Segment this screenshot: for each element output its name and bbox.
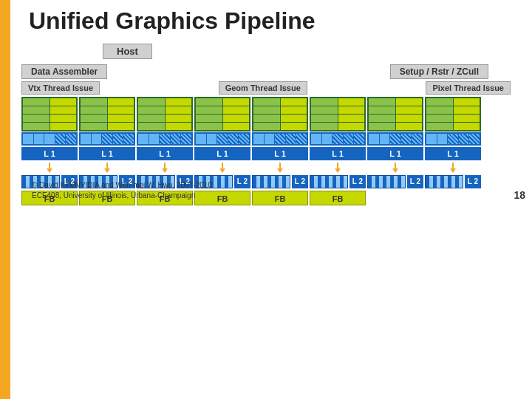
sp-cell <box>253 98 280 106</box>
sp-cell <box>108 123 134 130</box>
d-arrow-6 <box>310 163 366 173</box>
sp-cell <box>281 106 307 114</box>
tf-block-8 <box>425 132 481 146</box>
sp-cell <box>138 98 165 106</box>
sp-cell <box>81 123 107 130</box>
tf-block-2 <box>79 132 135 146</box>
sp-cell <box>81 106 107 114</box>
processor-3: L 1 <box>137 97 193 160</box>
tf-cell <box>437 134 448 144</box>
host-row: Host <box>21 44 532 62</box>
tf-block-6 <box>310 132 366 146</box>
tf-cell <box>81 134 91 144</box>
d-arrow-8 <box>425 163 481 173</box>
tf-cell <box>207 134 217 144</box>
sp-cell <box>369 98 395 106</box>
page: Unified Graphics Pipeline Host Data Asse… <box>0 0 532 399</box>
sp-cell <box>50 98 77 106</box>
tf-cell <box>253 134 264 144</box>
sp-grid-3 <box>137 97 193 132</box>
sp-cell <box>108 98 134 106</box>
processor-2: L 1 <box>79 97 135 160</box>
tf-cell <box>196 134 206 144</box>
tf-cell <box>138 134 149 144</box>
l2-checker-7 <box>367 175 406 188</box>
tf-cell <box>265 134 275 144</box>
l1-block-3: L 1 <box>137 147 193 160</box>
sp-cell <box>311 98 338 106</box>
sp-grid-4 <box>194 97 250 132</box>
vtx-thread-box: Vtx Thread Issue <box>21 81 100 95</box>
sp-cell <box>311 106 338 114</box>
tf-cell <box>286 134 296 144</box>
sp-cell <box>396 106 423 114</box>
l2-label-4: L 2 <box>234 175 250 188</box>
copyright-text: © David Kirk/NVIDIA and Wen-mei W. Hwu, … <box>32 180 212 191</box>
sp-cell <box>454 98 480 106</box>
tf-block-1 <box>21 132 78 146</box>
tf-cell <box>23 134 33 144</box>
sp-cell <box>81 115 107 122</box>
sp-cell <box>426 98 453 106</box>
l2-label-6: L 2 <box>349 175 366 188</box>
d-arrow-2 <box>79 163 135 173</box>
l2-label-8: L 2 <box>465 175 481 188</box>
sp-cell <box>138 123 165 130</box>
tf-cell <box>426 134 437 144</box>
processor-1: L 1 <box>21 97 78 160</box>
sp-cell <box>50 106 77 114</box>
tf-cell <box>332 134 343 144</box>
l2-checker-5 <box>252 175 290 188</box>
sp-cell <box>454 106 480 114</box>
sp-cell <box>338 115 365 122</box>
tf-cell <box>66 134 76 144</box>
main-layout: Unified Graphics Pipeline Host Data Asse… <box>21 7 532 205</box>
tf-cell <box>113 134 123 144</box>
sp-cell <box>223 98 250 106</box>
tf-cell <box>123 134 134 144</box>
tf-cell <box>311 134 321 144</box>
l2-checker-6 <box>310 175 348 188</box>
sp-cell <box>166 106 192 114</box>
tf-cell <box>44 134 55 144</box>
sp-cell <box>454 115 480 122</box>
tf-block-5 <box>252 132 308 146</box>
sp-grid-7 <box>367 97 423 132</box>
sp-cell <box>281 123 307 130</box>
tf-cell <box>369 134 379 144</box>
processor-5: L 1 <box>252 97 308 160</box>
sp-cell <box>166 98 192 106</box>
sp-cell <box>196 115 222 122</box>
sp-cell <box>281 98 307 106</box>
setup-box: Setup / Rstr / ZCull <box>390 64 488 79</box>
data-assembler-box: Data Assembler <box>21 64 107 79</box>
sp-cell <box>311 115 338 122</box>
sp-cell <box>426 115 453 122</box>
da-setup-row: Data Assembler Setup / Rstr / ZCull <box>21 64 532 79</box>
fb-unit-5: FB <box>252 191 308 205</box>
tf-cell <box>55 134 66 144</box>
tf-cell <box>102 134 112 144</box>
tf-cell <box>160 134 170 144</box>
sp-cell <box>253 106 280 114</box>
tf-cell <box>380 134 390 144</box>
l1-block-7: L 1 <box>367 147 423 160</box>
d-arrow-4 <box>194 163 250 173</box>
tf-cell <box>228 134 239 144</box>
d-arrow-7 <box>367 163 423 173</box>
sp-cell <box>338 106 365 114</box>
tf-cell <box>390 134 400 144</box>
tf-cell <box>149 134 160 144</box>
sp-cell <box>108 106 134 114</box>
l2-label-7: L 2 <box>407 175 423 188</box>
fb-unit-6: FB <box>310 191 366 205</box>
sp-cell <box>454 123 480 130</box>
tf-cell <box>344 134 354 144</box>
tf-cell <box>217 134 228 144</box>
l2-unit-7: L 2 <box>367 175 423 188</box>
sp-grid-2 <box>79 97 135 132</box>
sp-cell <box>23 98 50 106</box>
tf-cell <box>171 134 181 144</box>
tf-cell <box>448 134 458 144</box>
sp-cell <box>196 106 222 114</box>
